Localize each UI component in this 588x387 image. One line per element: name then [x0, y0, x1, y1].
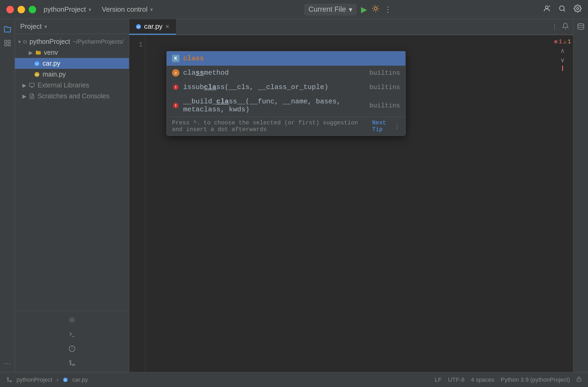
version-control-menu[interactable]: Version control ▾ — [102, 5, 153, 14]
svg-text:!: ! — [175, 103, 177, 108]
line-number-1: 1 — [131, 39, 143, 51]
panel-project-label: Project — [20, 22, 42, 31]
svg-text:@: @ — [174, 71, 177, 74]
status-bar: pythonProject › py car.py LF UTF-8 4 spa… — [0, 372, 588, 387]
version-control-label: Version control — [102, 5, 148, 14]
current-file-button[interactable]: Current File ▾ — [304, 4, 356, 15]
svg-rect-4 — [5, 40, 7, 43]
project-chevron-icon: ▾ — [89, 6, 91, 13]
scroll-up-icon[interactable]: ∧ — [561, 47, 564, 55]
ac-error-icon-1: ! — [172, 83, 179, 91]
error-count: 1 — [559, 39, 562, 45]
status-filename[interactable]: car.py — [72, 376, 88, 383]
file-tree-panel: Project ▾ ▾ pythonProject ~/PycharmProje… — [15, 19, 129, 372]
main-layout: ⋯ Project ▾ ▾ pythonProject ~/PycharmPro… — [0, 19, 588, 372]
tab-car-py-label: car.py — [144, 22, 162, 31]
svg-point-20 — [73, 364, 75, 366]
ac-label-issubclass: issubclass(__cls, __class_or_tuple) — [183, 83, 366, 91]
ac-label-class: class — [183, 54, 400, 62]
ac-keyword-text: class — [183, 54, 204, 62]
tab-car-py[interactable]: py car.py ✕ — [129, 19, 176, 35]
venv-label: venv — [44, 49, 58, 56]
svg-text:py: py — [35, 62, 39, 65]
ac-issubclass-source: builtins — [369, 84, 400, 91]
git-status-icon — [6, 377, 12, 383]
tree-item-main-py[interactable]: py main.py — [15, 69, 129, 80]
minimize-button[interactable] — [18, 6, 25, 13]
status-indent[interactable]: 4 spaces — [471, 376, 494, 383]
ac-method-icon: @ — [172, 69, 179, 77]
line-numbers: 1 — [129, 35, 145, 372]
current-file-label: Current File — [308, 5, 346, 14]
editor-right-gutter: ⊗ 1 ⚠ 1 ∧ ∨ — [552, 35, 573, 74]
autocomplete-dropdown[interactable]: K class @ c — [166, 51, 406, 136]
status-line-endings[interactable]: LF — [435, 376, 442, 383]
svg-point-0 — [374, 7, 377, 10]
tree-item-project-root[interactable]: ▾ pythonProject ~/PycharmProjects/ — [15, 36, 129, 47]
close-button[interactable] — [6, 6, 14, 13]
db-panel — [573, 19, 588, 372]
notifications-icon[interactable] — [562, 23, 569, 31]
ac-classmethod-match: ss — [196, 69, 204, 77]
sidebar-icon-more[interactable]: ⋯ — [2, 358, 13, 369]
ac-item-classmethod[interactable]: @ classmethod builtins — [167, 66, 405, 80]
sidebar-problems-icon[interactable] — [66, 343, 78, 355]
sidebar-services-icon[interactable] — [66, 314, 78, 326]
svg-point-30 — [578, 24, 584, 26]
git-branch-label[interactable]: pythonProject — [16, 376, 52, 383]
svg-point-3 — [577, 7, 579, 10]
status-encoding[interactable]: UTF-8 — [448, 376, 464, 383]
next-tip-button[interactable]: Next Tip — [372, 120, 392, 133]
editor-content[interactable]: ⊗ 1 ⚠ 1 ∧ ∨ 1 cla — [129, 35, 573, 372]
tab-close-button[interactable]: ✕ — [165, 23, 170, 30]
project-title[interactable]: pythonProject ▾ — [44, 5, 91, 14]
status-interpreter[interactable]: Python 3.9 (pythonProject) — [501, 376, 570, 383]
ac-classmethod-source: builtins — [369, 69, 400, 77]
ac-issubclass-suf: ss(__cls, __class_or_tuple) — [216, 83, 328, 91]
main-py-label: main.py — [43, 70, 66, 78]
scroll-down-icon[interactable]: ∨ — [561, 56, 564, 64]
maximize-button[interactable] — [29, 6, 36, 13]
svg-point-15 — [71, 319, 73, 321]
panel-header: Project ▾ — [15, 19, 129, 34]
ac-item-build-class[interactable]: ! __build_class__(__func, __name, bases,… — [167, 94, 405, 117]
panel-title[interactable]: Project ▾ — [20, 22, 47, 31]
ac-item-issubclass[interactable]: ! issubclass(__cls, __class_or_tuple) bu… — [167, 80, 405, 94]
sidebar-bottom-icons — [15, 311, 129, 372]
ac-label-build-class: __build_class__(__func, __name, bases, m… — [183, 98, 366, 113]
sidebar-git-icon[interactable] — [66, 357, 78, 369]
debug-button[interactable] — [371, 4, 380, 15]
sidebar-terminal-icon[interactable] — [66, 329, 78, 340]
tree-item-venv[interactable]: ▶ venv — [15, 47, 129, 58]
account-icon[interactable] — [543, 5, 551, 14]
ac-build-pre: __build_ — [183, 98, 216, 106]
svg-rect-7 — [5, 44, 7, 46]
code-area[interactable]: cla K class — [145, 35, 573, 372]
ac-item-class[interactable]: K class — [167, 51, 405, 66]
db-icon[interactable] — [577, 23, 585, 33]
tree-item-scratches[interactable]: ▶ Scratches and Consoles — [15, 91, 129, 102]
run-button[interactable]: ▶ — [361, 5, 367, 14]
scratches-label: Scratches and Consoles — [37, 92, 110, 100]
svg-point-2 — [560, 6, 564, 11]
ac-label-classmethod: classmethod — [183, 69, 366, 77]
ac-more-icon[interactable]: ⋮ — [394, 123, 400, 130]
ac-build-source: builtins — [369, 102, 400, 109]
svg-rect-12 — [30, 83, 34, 86]
svg-point-21 — [69, 360, 71, 362]
tab-more-icon[interactable]: ⋮ — [551, 23, 558, 31]
panel-project-chevron-icon: ▾ — [44, 23, 47, 30]
warning-count: 1 — [568, 39, 571, 45]
sidebar-icon-folder[interactable] — [2, 23, 13, 35]
tree-item-car-py[interactable]: py car.py — [15, 58, 129, 69]
ac-keyword-icon: K — [172, 55, 179, 62]
more-actions-button[interactable]: ⋮ — [384, 5, 392, 14]
sidebar-icon-structure[interactable] — [2, 37, 13, 49]
search-icon[interactable] — [558, 5, 566, 14]
settings-icon[interactable] — [574, 5, 582, 14]
ac-build-match: cla — [216, 98, 229, 106]
svg-text:py: py — [64, 378, 67, 381]
tree-item-external-libs[interactable]: ▶ External Libraries — [15, 80, 129, 91]
tab-bar: py car.py ✕ ⋮ — [129, 19, 573, 35]
ac-issubclass-match: cla — [204, 83, 216, 91]
